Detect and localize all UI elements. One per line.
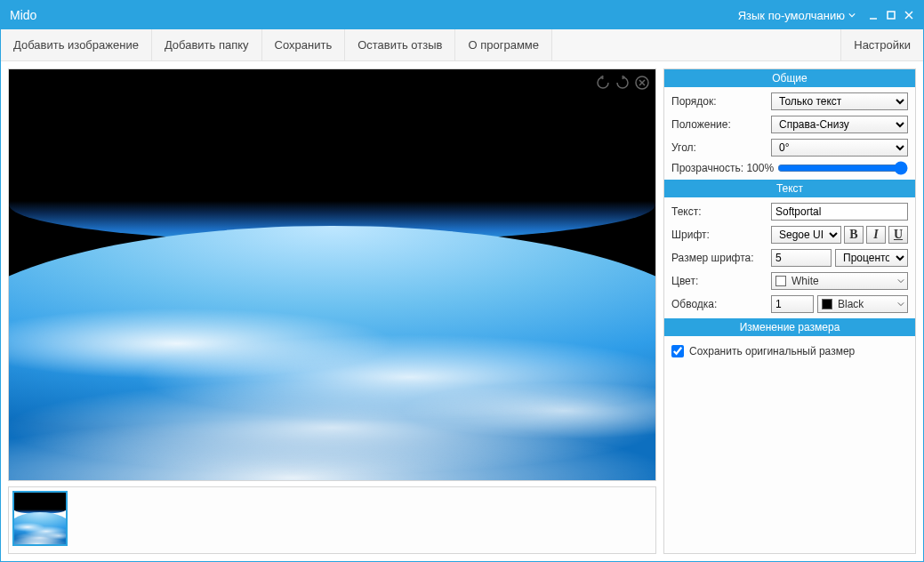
app-title: Mido (10, 8, 36, 22)
stroke-color-select[interactable]: Black (817, 295, 908, 313)
color-select[interactable]: White (771, 272, 908, 290)
position-select[interactable]: Справа-Снизу (771, 116, 908, 133)
opacity-label: Прозрачность: 100% (671, 162, 774, 174)
feedback-button[interactable]: Оставить отзыв (345, 29, 455, 60)
keep-original-label: Сохранить оригинальный размер (689, 345, 855, 357)
text-label: Текст: (671, 205, 766, 218)
keep-original-checkbox[interactable] (671, 345, 684, 357)
minimize-icon (868, 10, 879, 20)
general-header: Общие (664, 69, 915, 87)
stroke-color-swatch (822, 299, 832, 309)
app-window: Mido Язык по-умолчанию Добавить изображе… (0, 0, 924, 562)
chevron-down-icon (897, 301, 904, 308)
angle-select[interactable]: 0° (771, 139, 908, 157)
thumbnail[interactable] (12, 491, 68, 546)
font-select[interactable]: Segoe UI (771, 226, 841, 244)
color-swatch (775, 276, 786, 286)
text-header: Текст (664, 180, 915, 197)
remove-image-button[interactable] (634, 75, 650, 91)
language-label: Язык по-умолчанию (738, 9, 845, 22)
language-dropdown[interactable]: Язык по-умолчанию (738, 9, 856, 22)
angle-label: Угол: (671, 141, 766, 154)
chevron-down-icon (897, 277, 904, 285)
svg-rect-1 (888, 12, 895, 19)
maximize-icon (886, 10, 896, 20)
close-icon (904, 10, 914, 20)
about-button[interactable]: О программе (455, 29, 552, 60)
toolbar: Добавить изображение Добавить папку Сохр… (1, 29, 923, 61)
position-label: Положение: (671, 118, 766, 131)
order-select[interactable]: Только текст (771, 92, 908, 110)
image-preview (8, 68, 656, 481)
italic-button[interactable]: I (866, 226, 886, 244)
font-label: Шрифт: (671, 229, 766, 241)
rotate-left-button[interactable] (595, 75, 611, 91)
opacity-slider[interactable] (777, 162, 908, 174)
stroke-label: Обводка: (671, 298, 766, 310)
minimize-button[interactable] (868, 10, 879, 20)
rotate-right-icon (615, 75, 631, 91)
stroke-width-input[interactable] (771, 295, 814, 313)
fontsize-input[interactable] (771, 249, 832, 267)
underline-button[interactable]: U (888, 226, 908, 244)
thumbnail-strip (8, 486, 656, 554)
close-button[interactable] (904, 10, 914, 20)
remove-icon (634, 75, 650, 91)
titlebar: Mido Язык по-умолчанию (1, 1, 923, 29)
fontsize-label: Размер шрифта: (671, 252, 766, 264)
fontsize-unit-select[interactable]: Процентов (835, 249, 908, 267)
chevron-down-icon (848, 12, 856, 19)
rotate-right-button[interactable] (615, 75, 631, 91)
add-image-button[interactable]: Добавить изображение (1, 29, 152, 60)
text-input[interactable] (771, 203, 908, 221)
color-label: Цвет: (671, 275, 766, 287)
preview-image (9, 69, 655, 480)
resize-header: Изменение размера (664, 318, 915, 336)
rotate-left-icon (595, 75, 611, 91)
settings-button[interactable]: Настройки (840, 29, 923, 60)
properties-panel: Общие Порядок: Только текст Положение: С… (663, 68, 916, 554)
maximize-button[interactable] (886, 10, 896, 20)
add-folder-button[interactable]: Добавить папку (152, 29, 262, 60)
order-label: Порядок: (671, 95, 766, 108)
keep-original-row[interactable]: Сохранить оригинальный размер (671, 341, 908, 357)
bold-button[interactable]: B (844, 226, 864, 244)
save-button[interactable]: Сохранить (262, 29, 346, 60)
